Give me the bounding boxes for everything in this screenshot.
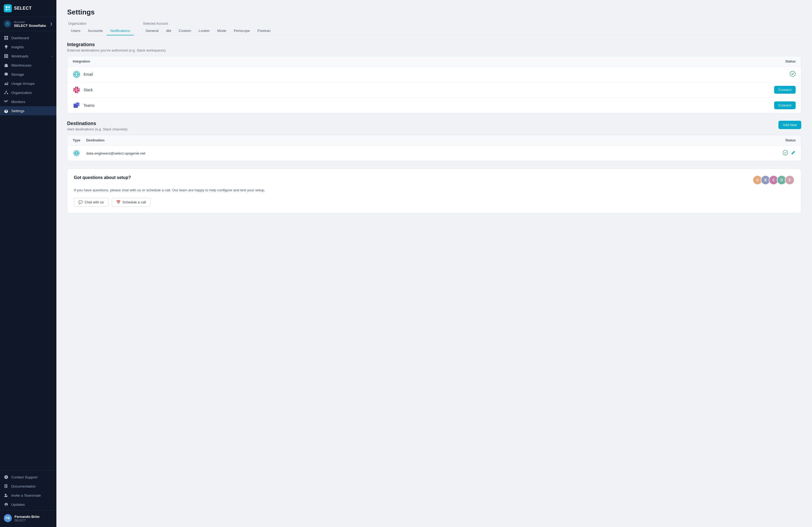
- user-org: SELECT: [14, 519, 40, 522]
- svg-rect-18: [4, 65, 8, 67]
- usage-icon: [4, 81, 9, 86]
- svg-point-28: [790, 71, 795, 76]
- chevron-right-icon: ❯: [50, 22, 53, 26]
- sidebar-item-label-workloads: Workloads: [11, 54, 28, 58]
- storage-icon: [4, 72, 9, 76]
- support-title: Got questions about setup?: [74, 175, 131, 180]
- edit-destination-icon[interactable]: [791, 150, 796, 156]
- tab-looker[interactable]: Looker: [195, 27, 214, 35]
- sidebar-item-warehouses[interactable]: Warehouses: [0, 61, 56, 70]
- sidebar-logo: SELECT: [0, 0, 56, 17]
- schedule-call-button[interactable]: 📅 Schedule a call: [112, 198, 151, 207]
- chevron-right-workloads-icon: ›: [52, 55, 53, 58]
- table-row: Teams Connect: [68, 98, 801, 113]
- sidebar-item-label-storage: Storage: [11, 73, 24, 76]
- sidebar-item-usage-groups[interactable]: Usage Groups: [0, 79, 56, 88]
- sidebar-item-label-updates: Updates: [11, 502, 25, 507]
- svg-rect-0: [6, 6, 8, 8]
- nav-section: Dashboard Insights Workloads › Warehouse…: [0, 31, 56, 470]
- svg-rect-2: [6, 9, 8, 11]
- svg-point-23: [5, 494, 6, 495]
- integrations-header: Integrations External destinations you'v…: [67, 42, 801, 52]
- tab-dbt[interactable]: dbt: [162, 27, 175, 35]
- sidebar-item-label-warehouses: Warehouses: [11, 63, 31, 67]
- col-destination: Destination: [86, 138, 785, 142]
- svg-rect-13: [6, 56, 7, 57]
- sidebar-item-updates[interactable]: Updates: [0, 500, 56, 509]
- svg-rect-22: [7, 93, 8, 94]
- sidebar-item-contact-support[interactable]: Contact Support: [0, 472, 56, 482]
- sidebar-item-workloads[interactable]: Workloads ›: [0, 51, 56, 61]
- slack-connect-button[interactable]: Connect: [774, 86, 796, 94]
- account-switcher[interactable]: Account SELECT Snowflake ❯: [0, 17, 56, 31]
- svg-rect-12: [4, 56, 5, 57]
- grid-icon: [4, 54, 9, 58]
- org-icon: [4, 90, 9, 95]
- svg-rect-3: [8, 9, 10, 11]
- settings-icon: [4, 109, 9, 113]
- dashboard-icon: [4, 36, 9, 40]
- user-name: Fernando Brito: [14, 515, 40, 519]
- tab-periscope[interactable]: Periscope: [230, 27, 254, 35]
- svg-rect-10: [6, 54, 7, 55]
- sidebar-item-insights[interactable]: Insights: [0, 42, 56, 51]
- sidebar-item-label-monitors: Monitors: [11, 100, 25, 104]
- warehouse-icon: [4, 63, 9, 67]
- col-dest-status: Status: [785, 138, 796, 142]
- svg-rect-20: [6, 91, 7, 92]
- sidebar-item-label-documentation: Documentation: [11, 484, 36, 488]
- svg-rect-16: [6, 57, 7, 58]
- tab-fivetran[interactable]: Fivetran: [254, 27, 274, 35]
- user-info: Fernando Brito SELECT: [14, 515, 40, 522]
- email-integration-name: Email: [84, 72, 93, 76]
- teams-connect-button[interactable]: Connect: [774, 102, 796, 109]
- tabs-section: Organization Users Accounts Notification…: [67, 22, 801, 35]
- selected-account-tab-group-label: Selected Account: [142, 22, 274, 26]
- sidebar-item-settings[interactable]: Settings: [0, 106, 56, 115]
- tab-mode[interactable]: Mode: [214, 27, 230, 35]
- destinations-subtitle: Alert destinations (e.g. Slack channels): [67, 127, 128, 131]
- slack-integration-icon: [73, 86, 80, 94]
- sidebar-item-label-settings: Settings: [11, 109, 25, 113]
- support-text: If you have questions, please chat with …: [74, 187, 795, 193]
- book-icon: [4, 484, 9, 488]
- support-icon: [4, 475, 9, 479]
- sidebar-item-organization[interactable]: Organization: [0, 88, 56, 97]
- support-card: Got questions about setup? A B C D E If …: [67, 168, 801, 213]
- table-row: Email: [68, 67, 801, 82]
- tab-users[interactable]: Users: [67, 27, 84, 35]
- sidebar-item-monitors[interactable]: Monitors: [0, 97, 56, 106]
- logo-text: SELECT: [14, 6, 32, 11]
- sidebar-item-storage[interactable]: Storage: [0, 70, 56, 79]
- sidebar-bottom: Contact Support Documentation Invite a T…: [0, 470, 56, 527]
- sidebar-item-invite-teammate[interactable]: Invite a Teammate: [0, 491, 56, 500]
- chat-with-us-button[interactable]: 💬 Chat with us: [74, 198, 108, 207]
- tab-custom[interactable]: Custom: [175, 27, 195, 35]
- integrations-table-header: Integration Status: [68, 56, 801, 67]
- tab-accounts[interactable]: Accounts: [84, 27, 106, 35]
- sidebar-item-documentation[interactable]: Documentation: [0, 482, 56, 491]
- email-status-icon: [790, 71, 796, 78]
- svg-rect-9: [4, 54, 5, 55]
- svg-rect-14: [7, 56, 8, 57]
- integrations-card: Integration Status Email: [67, 56, 801, 113]
- add-new-button[interactable]: Add New: [779, 121, 801, 129]
- integrations-title: Integrations: [67, 42, 166, 47]
- monitors-icon: [4, 100, 9, 104]
- slack-integration-name: Slack: [84, 88, 93, 92]
- svg-rect-32: [75, 105, 78, 107]
- dest-status-check-icon: [783, 150, 788, 156]
- svg-rect-21: [4, 93, 5, 94]
- chat-icon: 💬: [78, 200, 83, 204]
- sidebar-item-dashboard[interactable]: Dashboard: [0, 33, 56, 42]
- tab-notifications[interactable]: Notifications: [106, 27, 134, 35]
- lightbulb-icon: [4, 45, 9, 49]
- avatar: FB: [4, 514, 12, 522]
- svg-rect-8: [6, 38, 8, 40]
- updates-icon: [4, 502, 9, 507]
- tab-general[interactable]: General: [142, 27, 162, 35]
- avatar: E: [785, 175, 795, 185]
- teams-integration-name: Teams: [84, 103, 95, 108]
- svg-rect-5: [4, 36, 6, 37]
- destination-email: data-engineers@select.opsgenie.net: [86, 151, 145, 155]
